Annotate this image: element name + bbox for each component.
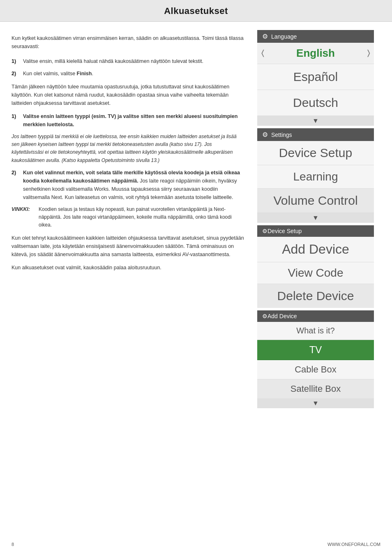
device-setup-header: ⚙ Device Setup (257, 225, 374, 237)
delete-device-menu-item[interactable]: Delete Device (257, 284, 374, 308)
step-2: 2) Kun olet valmis, valitse Finish. (12, 69, 245, 78)
gear-icon-settings: ⚙ (262, 131, 268, 139)
main-layout: Kun kytket kaukosäätimen virran ensimmäi… (0, 22, 392, 408)
arrow-right-icon: 〉 (367, 49, 370, 58)
step-1b-number: 1) (12, 112, 23, 129)
italic-block: Jos laitteen tyyppiä tai merkkiä ei ole … (12, 133, 245, 164)
add-device-chevron-down[interactable]: ▼ (257, 398, 374, 408)
tv-label: TV (309, 344, 322, 355)
device-setup-menu-item[interactable]: Device Setup (257, 141, 374, 165)
satellite-box-item[interactable]: Satellite Box (257, 379, 374, 398)
device-setup-header-label: Device Setup (267, 228, 302, 234)
gear-icon-language: ⚙ (262, 32, 268, 40)
device-setup-label: Device Setup (279, 146, 352, 160)
english-item[interactable]: 〈 English 〉 (257, 43, 374, 64)
section3-text2: Kun alkuasetukset ovat valmiit, kaukosää… (12, 264, 245, 272)
step-2-number: 2) (12, 69, 23, 78)
intro-paragraph: Kun kytket kaukosäätimen virran ensimmäi… (12, 34, 245, 51)
add-device-header: ⚙ Add Device (257, 310, 374, 322)
tv-item[interactable]: TV (257, 340, 374, 360)
arrow-left-icon: 〈 (261, 49, 264, 58)
vinkki-label: VINKKI: (12, 206, 36, 229)
add-device-label: Add Device (282, 242, 349, 257)
language-header-label: Language (271, 33, 297, 40)
deutsch-label: Deutsch (293, 96, 338, 109)
volume-control-menu-item[interactable]: Volume Control (257, 189, 374, 213)
step-1-number: 1) (12, 57, 23, 65)
settings-header: ⚙ Settings (257, 128, 374, 141)
espanol-label: Español (293, 70, 338, 83)
gear-icon-add-device: ⚙ (262, 313, 267, 319)
learning-label: Learning (293, 170, 338, 183)
step-2b-text: Kun olet valinnut merkin, voit selata tä… (23, 169, 245, 201)
left-content: Kun kytket kaukosäätimen virran ensimmäi… (0, 30, 255, 408)
view-code-label: View Code (288, 266, 344, 279)
cable-box-label: Cable Box (295, 364, 337, 375)
step-2b: 2) Kun olet valinnut merkin, voit selata… (12, 169, 245, 201)
english-label: English (296, 47, 335, 60)
delete-device-label: Delete Device (277, 289, 354, 303)
settings-header-label: Settings (271, 132, 292, 138)
settings-chevron-down[interactable]: ▼ (257, 213, 374, 223)
language-header: ⚙ Language (257, 30, 374, 43)
page-title: Alkuasetukset (0, 6, 392, 16)
add-device-section: ⚙ Add Device What is it? TV Cable Box Sa… (257, 310, 374, 408)
deutsch-item[interactable]: Deutsch (257, 90, 374, 116)
step-1b-text: Valitse ensin laitteen tyyppi (esim. TV)… (23, 112, 245, 129)
what-is-it-item[interactable]: What is it? (257, 322, 374, 340)
step-1b: 1) Valitse ensin laitteen tyyppi (esim. … (12, 112, 245, 129)
website-url: WWW.ONEFORALL.COM (327, 542, 380, 547)
view-code-menu-item[interactable]: View Code (257, 262, 374, 284)
what-is-it-label: What is it? (296, 326, 334, 335)
espanol-item[interactable]: Español (257, 64, 374, 90)
step-2b-number: 2) (12, 169, 23, 201)
device-setup-section: ⚙ Device Setup Add Device View Code Dele… (257, 225, 374, 308)
learning-menu-item[interactable]: Learning (257, 165, 374, 189)
right-panel: ⚙ Language 〈 English 〉 Español Deutsch ▼… (255, 30, 374, 408)
step-1-text: Valitse ensin, millä kielellä haluat näh… (23, 57, 203, 65)
add-device-menu-item[interactable]: Add Device (257, 237, 374, 262)
volume-control-label: Volume Control (273, 194, 357, 207)
vinkki-block: VINKKI: Koodien selaus ja testaus käy no… (12, 206, 245, 229)
satellite-box-label: Satellite Box (291, 384, 341, 394)
add-device-header-label: Add Device (267, 313, 297, 319)
section2-intro: Tämän jälkeen näyttöön tulee muutamia op… (12, 83, 245, 107)
language-chevron-down[interactable]: ▼ (257, 116, 374, 126)
page-footer: 8 WWW.ONEFORALL.COM (12, 542, 380, 547)
step-1: 1) Valitse ensin, millä kielellä haluat … (12, 57, 245, 65)
settings-section: ⚙ Settings Device Setup Learning Volume … (257, 128, 374, 223)
language-section: ⚙ Language 〈 English 〉 Español Deutsch ▼ (257, 30, 374, 126)
page-number: 8 (12, 542, 14, 547)
cable-box-item[interactable]: Cable Box (257, 360, 374, 379)
vinkki-text: Koodien selaus ja testaus käy nopeasti, … (39, 206, 245, 229)
page-header: Alkuasetukset (0, 0, 392, 22)
section3-text1: Kun olet tehnyt kaukosäätimeen kaikkien … (12, 234, 245, 259)
step-2-text: Kun olet valmis, valitse Finish. (23, 69, 93, 78)
gear-icon-device-setup: ⚙ (262, 228, 267, 234)
